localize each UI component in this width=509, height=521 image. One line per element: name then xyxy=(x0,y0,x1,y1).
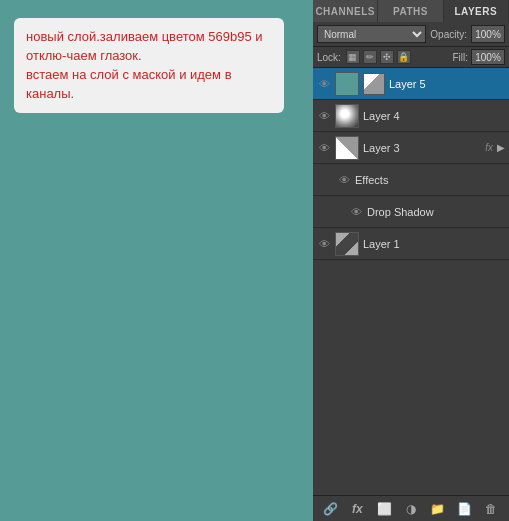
trash-button[interactable]: 🗑 xyxy=(481,499,501,519)
layer-item-layer5[interactable]: 👁 Layer 5 xyxy=(313,68,509,100)
tab-channels[interactable]: CHANNELS xyxy=(313,0,378,22)
visibility-icon-effects[interactable]: 👁 xyxy=(337,173,351,187)
lock-all-icon[interactable]: 🔒 xyxy=(397,50,411,64)
layer-name-layer5: Layer 5 xyxy=(389,78,505,90)
visibility-icon-layer1[interactable]: 👁 xyxy=(317,237,331,251)
bottom-toolbar: 🔗 fx ⬜ ◑ 📁 📄 🗑 xyxy=(313,495,509,521)
lock-checkerboard-icon[interactable]: ▦ xyxy=(346,50,360,64)
layer-name-dropshadow: Drop Shadow xyxy=(367,206,505,218)
instruction-text: новый слой.заливаем цветом 569b95 и откл… xyxy=(26,29,263,101)
opacity-label: Opacity: xyxy=(430,29,467,40)
layer-thumb-layer5 xyxy=(335,72,359,96)
layer-name-layer3: Layer 3 xyxy=(363,142,481,154)
layer-name-effects: Effects xyxy=(355,174,505,186)
fx-button[interactable]: fx xyxy=(347,499,367,519)
mask-thumb-layer5 xyxy=(363,73,385,95)
layer-thumb-layer4 xyxy=(335,104,359,128)
layer-name-layer1: Layer 1 xyxy=(363,238,505,250)
layer-name-layer4: Layer 4 xyxy=(363,110,505,122)
visibility-icon-layer3[interactable]: 👁 xyxy=(317,141,331,155)
visibility-icon-layer5[interactable]: 👁 xyxy=(317,77,331,91)
lock-move-icon[interactable]: ✣ xyxy=(380,50,394,64)
lock-row: Lock: ▦ ✏ ✣ 🔒 Fill: 100% xyxy=(313,47,509,68)
layer-item-effects[interactable]: 👁 Effects xyxy=(313,164,509,196)
tabs-row: CHANNELS PATHS LAYERS xyxy=(313,0,509,22)
layers-list: 👁 Layer 5 👁 Layer 4 👁 Layer 3 fx ▶ xyxy=(313,68,509,495)
visibility-icon-layer4[interactable]: 👁 xyxy=(317,109,331,123)
layer-item-layer3[interactable]: 👁 Layer 3 fx ▶ xyxy=(313,132,509,164)
lock-label: Lock: xyxy=(317,52,341,63)
new-layer-button[interactable]: 📄 xyxy=(455,499,475,519)
layer-item-layer4[interactable]: 👁 Layer 4 xyxy=(313,100,509,132)
fill-label: Fill: xyxy=(452,52,468,63)
expand-icon-layer3[interactable]: ▶ xyxy=(497,142,505,153)
fill-value[interactable]: 100% xyxy=(471,49,505,65)
fx-badge-layer3: fx xyxy=(485,142,493,153)
lock-brush-icon[interactable]: ✏ xyxy=(363,50,377,64)
layer-item-dropshadow[interactable]: 👁 Drop Shadow xyxy=(313,196,509,228)
tab-layers[interactable]: LAYERS xyxy=(444,0,509,22)
layer-thumb-layer1 xyxy=(335,232,359,256)
blend-mode-row: Normal Opacity: 100% xyxy=(313,22,509,47)
layer-thumb-layer3 xyxy=(335,136,359,160)
layer-item-layer1[interactable]: 👁 Layer 1 xyxy=(313,228,509,260)
adjustment-button[interactable]: ◑ xyxy=(401,499,421,519)
link-button[interactable]: 🔗 xyxy=(320,499,340,519)
blend-mode-select[interactable]: Normal xyxy=(317,25,426,43)
mask-button[interactable]: ⬜ xyxy=(374,499,394,519)
instruction-box: новый слой.заливаем цветом 569b95 и откл… xyxy=(14,18,284,113)
group-button[interactable]: 📁 xyxy=(428,499,448,519)
opacity-value[interactable]: 100% xyxy=(471,25,505,43)
visibility-icon-dropshadow[interactable]: 👁 xyxy=(349,205,363,219)
layers-panel: CHANNELS PATHS LAYERS Normal Opacity: 10… xyxy=(313,0,509,521)
tab-paths[interactable]: PATHS xyxy=(378,0,443,22)
